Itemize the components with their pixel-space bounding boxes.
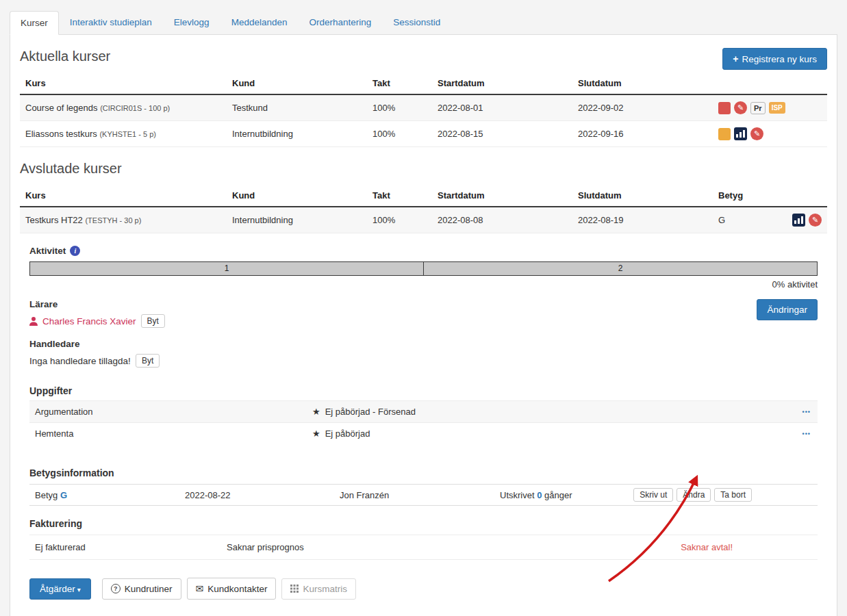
printed-suffix: gånger bbox=[544, 490, 572, 500]
tab-interaktiv-studieplan[interactable]: Interaktiv studieplan bbox=[59, 10, 163, 34]
col-header-kund: Kund bbox=[227, 73, 367, 94]
betyg-label: Betyg bbox=[35, 490, 58, 500]
andra-button[interactable]: Ändra bbox=[677, 488, 711, 502]
col-header-startdatum: Startdatum bbox=[432, 73, 572, 94]
register-course-button[interactable]: +Registrera ny kurs bbox=[722, 48, 827, 70]
atgarder-button[interactable]: Åtgärder▾ bbox=[29, 578, 91, 600]
isp-badge[interactable]: ISP bbox=[769, 102, 785, 114]
course-takt: 100% bbox=[367, 121, 432, 147]
course-slutdatum: 2022-09-16 bbox=[572, 121, 713, 147]
kursmatris-button[interactable]: Kursmatris bbox=[281, 578, 356, 600]
activity-segment-2: 2 bbox=[424, 261, 818, 276]
avslutade-kurser-title: Avslutade kurser bbox=[20, 161, 827, 177]
course-detail-section: Aktivitet i 1 2 0% aktivitet Lärare Char… bbox=[20, 246, 827, 616]
course-panel: Aktuella kurser +Registrera ny kurs Kurs… bbox=[10, 34, 837, 616]
fakturering-title: Fakturering bbox=[29, 518, 818, 529]
course-name[interactable]: Course of legends bbox=[25, 103, 98, 113]
course-name[interactable]: Testkurs HT22 bbox=[25, 215, 83, 225]
col-header-slutdatum: Slutdatum bbox=[572, 73, 713, 94]
course-name[interactable]: Eliassons testkurs bbox=[25, 129, 97, 139]
kundrutiner-button[interactable]: ?Kundrutiner bbox=[102, 578, 181, 600]
pen-icon[interactable]: ✎ bbox=[734, 101, 747, 114]
teacher-link[interactable]: Charles Francis Xavier bbox=[42, 316, 136, 326]
tab-sessionstid[interactable]: Sessionstid bbox=[382, 10, 451, 34]
uppgifter-title: Uppgifter bbox=[29, 385, 818, 396]
grade-date: 2022-08-22 bbox=[185, 490, 340, 500]
plus-icon: + bbox=[733, 53, 738, 64]
course-takt: 100% bbox=[367, 207, 432, 233]
task-row[interactable]: Argumentation ★ Ej påbörjad - Försenad •… bbox=[29, 400, 818, 422]
col-header-kurs: Kurs bbox=[20, 185, 227, 207]
course-takt: 100% bbox=[367, 94, 432, 121]
byt-handledare-button[interactable]: Byt bbox=[136, 354, 160, 368]
handledare-title: Handledare bbox=[29, 339, 818, 349]
star-icon: ★ bbox=[312, 407, 320, 417]
course-startdatum: 2022-08-15 bbox=[432, 121, 572, 147]
course-code: (KYHSTE1 - 5 p) bbox=[99, 130, 156, 138]
table-row: Testkurs HT22 (TESTYH - 30 p) Internutbi… bbox=[20, 207, 827, 233]
ta-bort-button[interactable]: Ta bort bbox=[714, 488, 752, 502]
tab-bar: Kurser Interaktiv studieplan Elevlogg Me… bbox=[0, 0, 847, 34]
aktuella-kurser-title: Aktuella kurser bbox=[20, 49, 110, 64]
course-slutdatum: 2022-08-19 bbox=[572, 207, 713, 233]
larare-title: Lärare bbox=[29, 299, 165, 309]
col-header-kund: Kund bbox=[227, 185, 367, 207]
course-code: (TESTYH - 30 p) bbox=[85, 216, 141, 224]
course-slutdatum: 2022-09-02 bbox=[572, 94, 713, 121]
status-square-orange-icon bbox=[718, 128, 731, 140]
skriv-ut-button[interactable]: Skriv ut bbox=[633, 488, 673, 502]
task-status: Ej påbörjad - Försenad bbox=[325, 407, 416, 417]
aktivitet-title: Aktivitet bbox=[29, 246, 66, 256]
question-icon: ? bbox=[111, 584, 121, 593]
task-row[interactable]: Hemtenta ★ Ej påbörjad ••• bbox=[29, 422, 818, 444]
handledare-empty-text: Inga handledare tillagda! bbox=[29, 356, 131, 366]
course-code: (CIRCIR01S - 100 p) bbox=[100, 104, 170, 112]
table-header-row: Kurs Kund Takt Startdatum Slutdatum bbox=[20, 73, 827, 94]
betygsinformation-title: Betygsinformation bbox=[29, 467, 818, 478]
activity-percent: 0% aktivitet bbox=[29, 279, 818, 290]
chart-icon[interactable] bbox=[734, 127, 747, 140]
course-kund: Internutbildning bbox=[227, 207, 367, 233]
tab-meddelanden[interactable]: Meddelanden bbox=[220, 10, 299, 34]
completed-courses-table: Kurs Kund Takt Startdatum Slutdatum Bety… bbox=[20, 185, 827, 233]
register-course-label: Registrera ny kurs bbox=[742, 54, 817, 64]
star-icon: ★ bbox=[312, 428, 320, 439]
printed-label: Utskrivet bbox=[500, 490, 535, 500]
envelope-icon: ✉ bbox=[196, 583, 204, 594]
col-header-betyg: Betyg bbox=[713, 185, 781, 207]
caret-down-icon: ▾ bbox=[77, 586, 81, 593]
andringar-button[interactable]: Ändringar bbox=[757, 299, 818, 320]
chart-icon[interactable] bbox=[792, 214, 805, 227]
col-header-icons bbox=[713, 73, 827, 94]
pr-badge[interactable]: Pr bbox=[750, 102, 766, 114]
info-icon[interactable]: i bbox=[70, 246, 80, 256]
col-header-slutdatum: Slutdatum bbox=[572, 185, 713, 207]
fakturering-row: Ej fakturerad Saknar prisprognos Saknar … bbox=[29, 535, 818, 560]
task-status: Ej påbörjad bbox=[325, 428, 370, 439]
kundkontakter-button[interactable]: ✉Kundkontakter bbox=[187, 578, 277, 600]
more-options-icon[interactable]: ••• bbox=[802, 409, 811, 415]
course-startdatum: 2022-08-08 bbox=[432, 207, 572, 233]
byt-larare-button[interactable]: Byt bbox=[141, 314, 165, 328]
table-header-row: Kurs Kund Takt Startdatum Slutdatum Bety… bbox=[20, 185, 827, 207]
table-row: Eliassons testkurs (KYHSTE1 - 5 p) Inter… bbox=[20, 121, 827, 147]
tab-orderhantering[interactable]: Orderhantering bbox=[298, 10, 382, 34]
person-icon bbox=[29, 317, 38, 326]
col-header-startdatum: Startdatum bbox=[432, 185, 572, 207]
more-options-icon[interactable]: ••• bbox=[802, 431, 811, 437]
task-name: Argumentation bbox=[35, 407, 312, 417]
course-kund: Testkund bbox=[227, 94, 367, 121]
grade-row: Betyg G 2022-08-22 Jon Franzén Utskrivet… bbox=[29, 484, 818, 506]
saknar-avtal-warning: Saknar avtal! bbox=[681, 542, 733, 552]
status-square-red-icon bbox=[718, 102, 731, 114]
col-header-takt: Takt bbox=[367, 73, 432, 94]
current-courses-table: Kurs Kund Takt Startdatum Slutdatum Cour… bbox=[20, 73, 827, 147]
grade-value: G bbox=[60, 490, 67, 500]
pen-icon[interactable]: ✎ bbox=[809, 214, 822, 227]
grade-set-by: Jon Franzén bbox=[340, 490, 500, 500]
activity-bar: 1 2 bbox=[29, 261, 818, 276]
faktura-status: Ej fakturerad bbox=[35, 542, 227, 552]
tab-kurser[interactable]: Kurser bbox=[10, 11, 59, 35]
tab-elevlogg[interactable]: Elevlogg bbox=[163, 10, 220, 34]
pen-icon[interactable]: ✎ bbox=[750, 127, 763, 140]
